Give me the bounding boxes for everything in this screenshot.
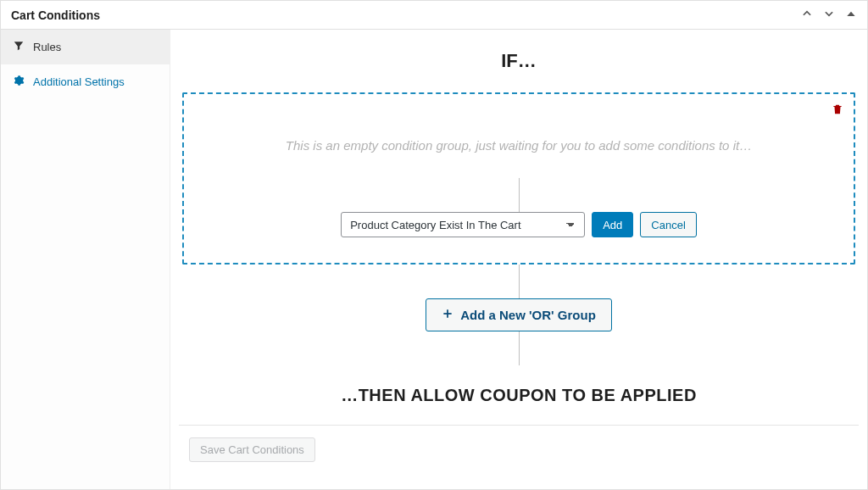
sidebar-item-rules[interactable]: Rules [1,30,170,64]
then-heading: …THEN ALLOW COUPON TO BE APPLIED [179,386,859,405]
or-group-row: Add a New 'OR' Group [179,298,859,331]
panel-header: Cart Conditions [1,1,867,30]
add-condition-button[interactable]: Add [592,212,633,237]
funnel-icon [13,40,25,54]
panel-footer: Save Cart Conditions [179,425,859,474]
condition-type-select[interactable]: Product Category Exist In The Cart [341,212,585,237]
add-or-group-button[interactable]: Add a New 'OR' Group [426,298,612,331]
svg-marker-0 [847,12,854,16]
sidebar-item-label: Rules [33,41,61,53]
panel-title: Cart Conditions [11,8,100,22]
condition-group: This is an empty condition group, just w… [182,92,855,264]
empty-group-placeholder: This is an empty condition group, just w… [194,138,843,153]
sidebar-item-label: Additional Settings [33,75,125,88]
move-up-icon[interactable] [801,8,813,22]
panel-header-controls [801,8,857,22]
sidebar: Rules Additional Settings [1,30,170,489]
cart-conditions-panel: Cart Conditions Rules [0,0,868,490]
cancel-condition-button[interactable]: Cancel [640,212,696,237]
add-or-group-label: Add a New 'OR' Group [460,308,596,322]
connector-line [519,331,520,365]
save-cart-conditions-button[interactable]: Save Cart Conditions [189,437,315,462]
condition-action-row: Product Category Exist In The Cart Add C… [194,212,843,237]
gear-icon [13,75,25,89]
if-heading: IF… [179,50,859,72]
main-content: IF… This is an empty condition group, ju… [170,30,867,489]
collapse-icon[interactable] [845,8,857,22]
panel-body: Rules Additional Settings IF… This is an… [1,30,867,489]
move-down-icon[interactable] [823,8,835,22]
delete-group-button[interactable] [832,103,843,119]
sidebar-item-additional-settings[interactable]: Additional Settings [1,64,170,99]
connector-line [519,264,520,298]
connector-line [519,178,520,212]
plus-icon [442,308,453,322]
